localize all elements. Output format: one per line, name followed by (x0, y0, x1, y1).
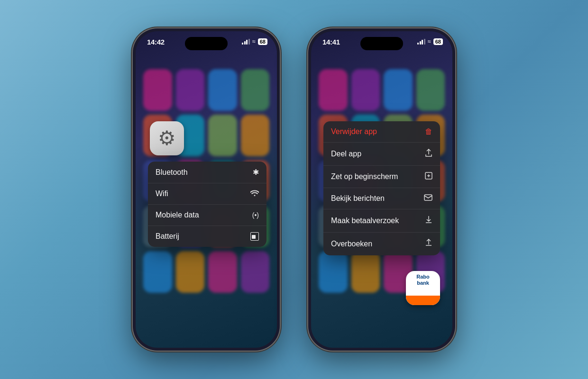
wifi-menu-icon (250, 190, 259, 198)
left-dynamic-island (185, 37, 228, 50)
signal-bar-1 (242, 43, 243, 45)
menu-item-battery[interactable]: Batterij (148, 226, 266, 247)
menu-item-payment-label: Maak betaalverzoek (331, 217, 421, 225)
left-context-menu-wrap: Bluetooth ✱ Wifi Mobiele data (•) (148, 162, 266, 247)
menu-item-transfer[interactable]: Overboeken (323, 233, 440, 255)
signal-bar-2 (244, 41, 246, 45)
right-battery: 68 (433, 38, 443, 45)
menu-item-payment-request[interactable]: Maak betaalverzoek (323, 209, 440, 233)
left-wifi-icon: ≈ (252, 38, 256, 45)
settings-app-icon[interactable]: ⚙ (150, 121, 184, 155)
right-time: 14:41 (322, 38, 340, 46)
left-context-menu: Bluetooth ✱ Wifi Mobiele data (•) (148, 162, 266, 247)
menu-item-delete-label: Verwijder app (331, 127, 421, 136)
r-signal-bar-3 (422, 40, 423, 45)
left-signal (242, 39, 250, 45)
left-screen: 14:42 ≈ 68 ⚙ Blue (136, 31, 277, 348)
menu-item-mobile-data[interactable]: Mobiele data (•) (148, 205, 266, 226)
r-signal-bar-4 (424, 39, 425, 45)
add-homescreen-icon (425, 172, 432, 181)
right-dynamic-island (360, 37, 403, 50)
left-settings-icon-wrap: ⚙ (150, 121, 184, 155)
settings-gear-icon: ⚙ (158, 128, 176, 148)
signal-bar-3 (246, 40, 248, 45)
right-status-icons: ≈ 68 (417, 38, 443, 45)
menu-item-messages[interactable]: Bekijk berichten (323, 188, 440, 209)
right-screen: 14:41 ≈ 68 Verwijder app 🗑 (311, 31, 452, 348)
rabobank-orange-bar (406, 296, 440, 305)
signal-bar-4 (248, 39, 250, 45)
left-time: 14:42 (147, 38, 165, 46)
menu-item-wifi-label: Wifi (156, 190, 247, 198)
right-phone: 14:41 ≈ 68 Verwijder app 🗑 (308, 28, 455, 351)
mail-icon (424, 194, 432, 203)
right-context-menu: Verwijder app 🗑 Deel app Zet op beginsch… (323, 121, 440, 255)
r-signal-bar-1 (417, 43, 419, 45)
menu-item-messages-label: Bekijk berichten (331, 194, 420, 203)
share-icon (425, 149, 432, 159)
menu-item-homescreen[interactable]: Zet op beginscherm (323, 166, 440, 188)
menu-item-battery-label: Batterij (156, 232, 247, 241)
rabobank-icon-wrap[interactable]: Rabobank (406, 271, 440, 305)
left-battery: 68 (258, 38, 267, 45)
bluetooth-icon: ✱ (253, 168, 259, 177)
left-phone: 14:42 ≈ 68 ⚙ Blue (133, 28, 280, 351)
menu-item-share[interactable]: Deel app (323, 143, 440, 166)
rabobank-app-icon: Rabobank (406, 271, 440, 305)
mobile-data-icon: (•) (252, 211, 259, 219)
r-signal-bar-2 (420, 41, 421, 45)
menu-item-bluetooth-label: Bluetooth (156, 168, 249, 177)
menu-item-wifi[interactable]: Wifi (148, 183, 266, 205)
menu-item-share-label: Deel app (331, 150, 421, 158)
menu-item-homescreen-label: Zet op beginscherm (331, 172, 421, 181)
menu-item-bluetooth[interactable]: Bluetooth ✱ (148, 162, 266, 183)
battery-menu-icon (250, 232, 259, 241)
left-status-icons: ≈ 68 (242, 38, 267, 45)
right-context-menu-wrap: Verwijder app 🗑 Deel app Zet op beginsch… (323, 121, 440, 255)
menu-item-transfer-label: Overboeken (331, 240, 421, 248)
download-icon (425, 216, 432, 226)
transfer-icon (425, 239, 432, 249)
rabobank-label: Rabobank (416, 271, 430, 286)
menu-item-mobile-label: Mobiele data (156, 211, 248, 219)
svg-rect-1 (424, 195, 432, 200)
right-wifi-icon: ≈ (428, 38, 431, 45)
right-signal (417, 39, 425, 45)
menu-item-delete[interactable]: Verwijder app 🗑 (323, 121, 440, 143)
trash-icon: 🗑 (425, 127, 432, 136)
